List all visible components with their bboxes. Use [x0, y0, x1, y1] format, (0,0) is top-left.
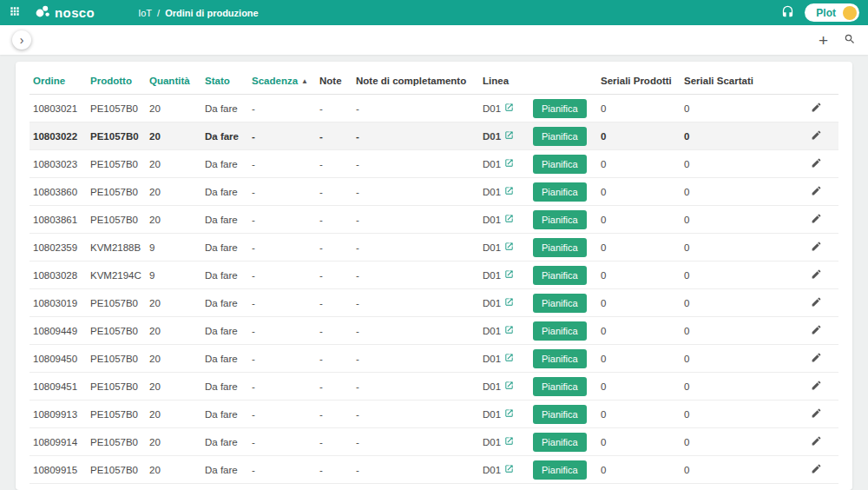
add-order-button[interactable]: + — [819, 32, 828, 49]
apps-menu-button[interactable] — [9, 5, 21, 20]
delete-button[interactable] — [837, 157, 838, 171]
pianifica-button[interactable]: Pianifica — [533, 321, 587, 341]
edit-button[interactable] — [811, 407, 822, 421]
cell-prodotto: PE1057B0 — [87, 456, 146, 484]
linea-link[interactable]: D01 — [483, 325, 514, 336]
edit-button[interactable] — [811, 324, 822, 338]
delete-button[interactable] — [837, 129, 838, 143]
pianifica-button[interactable]: Pianifica — [533, 182, 587, 202]
cell-pianifica: Pianifica — [529, 150, 597, 178]
search-button[interactable] — [844, 33, 856, 48]
cell-stato: Da fare — [201, 122, 248, 150]
edit-button[interactable] — [811, 157, 822, 171]
edit-button[interactable] — [811, 352, 822, 366]
delete-button[interactable] — [837, 185, 838, 199]
cell-ordine: 10803019 — [30, 289, 87, 317]
pianifica-button[interactable]: Pianifica — [533, 377, 587, 396]
table-row: 10803019 PE1057B0 20 Da fare - - - D01 P… — [30, 289, 838, 317]
breadcrumb-separator: / — [157, 8, 160, 18]
pianifica-button[interactable]: Pianifica — [533, 210, 587, 229]
edit-button[interactable] — [811, 380, 822, 394]
linea-link[interactable]: D01 — [483, 269, 514, 281]
col-header-scadenza[interactable]: Scadenza▲ — [248, 65, 316, 95]
pianifica-button[interactable]: Pianifica — [533, 460, 587, 480]
linea-link[interactable]: D01 — [483, 214, 514, 225]
pianifica-button[interactable]: Pianifica — [533, 99, 587, 118]
edit-button[interactable] — [811, 185, 822, 199]
expand-sidebar-button[interactable]: › — [12, 30, 31, 50]
cell-quantita: 9 — [146, 262, 201, 289]
cell-linea: D01 — [479, 262, 529, 289]
linea-link[interactable]: D01 — [483, 130, 514, 142]
col-header-note-completamento[interactable]: Note di completamento — [352, 65, 479, 95]
breadcrumb-section[interactable]: IoT — [138, 8, 152, 18]
cell-prodotto: PE1057B0 — [87, 373, 146, 401]
pianifica-button[interactable]: Pianifica — [533, 238, 587, 257]
linea-link[interactable]: D01 — [483, 436, 514, 447]
linea-link[interactable]: D01 — [483, 158, 514, 169]
cell-note-completamento: - — [352, 289, 479, 317]
delete-button[interactable] — [837, 102, 838, 116]
col-header-seriali-scartati[interactable]: Seriali Scartati — [681, 65, 795, 95]
linea-code: D01 — [483, 242, 501, 253]
trash-icon — [837, 214, 838, 227]
pianifica-button[interactable]: Pianifica — [533, 155, 587, 174]
sort-asc-icon[interactable]: ▲ — [301, 77, 308, 85]
edit-button[interactable] — [811, 129, 822, 143]
cell-pianifica: Pianifica — [529, 122, 597, 150]
plot-button[interactable]: Plot — [805, 3, 859, 22]
cell-scadenza: - — [248, 234, 316, 262]
pianifica-button[interactable]: Pianifica — [533, 349, 587, 368]
col-header-stato[interactable]: Stato — [201, 65, 248, 95]
linea-link[interactable]: D01 — [483, 353, 514, 364]
trash-icon — [837, 436, 838, 449]
cell-scadenza: - — [248, 345, 316, 373]
edit-button[interactable] — [811, 241, 822, 255]
col-header-prodotto[interactable]: Prodotto — [87, 65, 146, 95]
delete-button[interactable] — [837, 268, 838, 282]
table-row: 10803861 PE1057B0 20 Da fare - - - D01 P… — [30, 206, 838, 234]
col-header-ordine[interactable]: Ordine — [30, 65, 87, 95]
linea-link[interactable]: D01 — [483, 408, 514, 420]
cell-seriali-prodotti: 0 — [597, 401, 681, 428]
cell-quantita: 20 — [146, 373, 201, 401]
linea-link[interactable]: D01 — [483, 464, 514, 475]
cell-linea: D01 — [479, 289, 529, 317]
linea-code: D01 — [483, 131, 501, 142]
linea-link[interactable]: D01 — [483, 381, 514, 392]
delete-button[interactable] — [837, 324, 838, 338]
pianifica-button[interactable]: Pianifica — [533, 405, 587, 424]
cell-quantita: 20 — [146, 178, 201, 206]
linea-link[interactable]: D01 — [483, 103, 514, 114]
pianifica-button[interactable]: Pianifica — [533, 127, 587, 146]
delete-button[interactable] — [837, 463, 838, 477]
col-header-quantita[interactable]: Quantità — [146, 65, 201, 95]
delete-button[interactable] — [837, 407, 838, 421]
edit-button[interactable] — [811, 296, 822, 310]
edit-button[interactable] — [811, 268, 822, 282]
pianifica-button[interactable]: Pianifica — [533, 294, 587, 313]
delete-button[interactable] — [837, 241, 838, 255]
edit-button[interactable] — [811, 435, 822, 449]
pianifica-button[interactable]: Pianifica — [533, 266, 587, 285]
delete-button[interactable] — [837, 352, 838, 366]
edit-button[interactable] — [811, 213, 822, 227]
col-header-note[interactable]: Note — [316, 65, 352, 95]
table-header-row: Ordine Prodotto Quantità Stato Scadenza▲… — [30, 65, 838, 95]
col-header-actions — [795, 65, 838, 95]
col-header-linea[interactable]: Linea — [479, 65, 529, 95]
linea-link[interactable]: D01 — [483, 186, 514, 197]
delete-button[interactable] — [837, 380, 838, 394]
brand[interactable]: nosco — [35, 3, 95, 23]
edit-button[interactable] — [811, 102, 822, 116]
user-avatar[interactable] — [843, 6, 857, 20]
delete-button[interactable] — [837, 435, 838, 449]
support-button[interactable] — [781, 5, 794, 21]
col-header-seriali-prodotti[interactable]: Seriali Prodotti — [597, 65, 681, 95]
linea-link[interactable]: D01 — [483, 297, 514, 308]
edit-button[interactable] — [811, 463, 822, 477]
linea-link[interactable]: D01 — [483, 242, 514, 253]
delete-button[interactable] — [837, 296, 838, 310]
pianifica-button[interactable]: Pianifica — [533, 433, 587, 452]
delete-button[interactable] — [837, 213, 838, 227]
